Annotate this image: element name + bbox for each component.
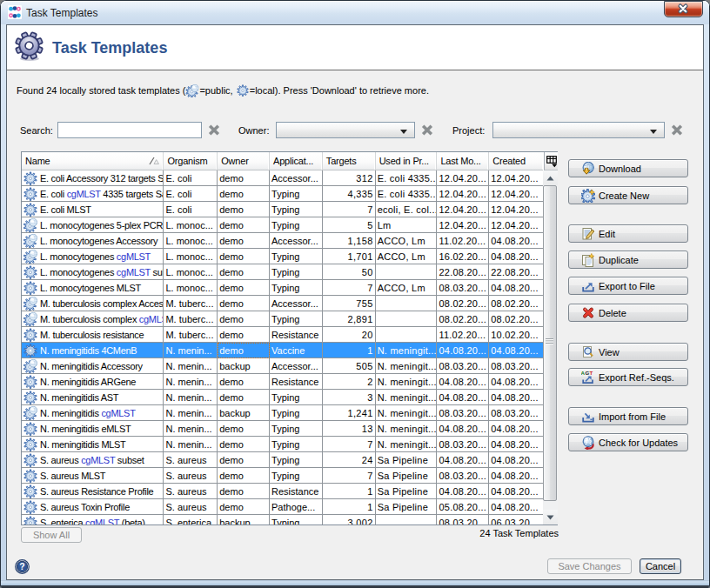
svg-text:?: ? — [19, 561, 24, 571]
svg-text:T: T — [590, 371, 593, 376]
